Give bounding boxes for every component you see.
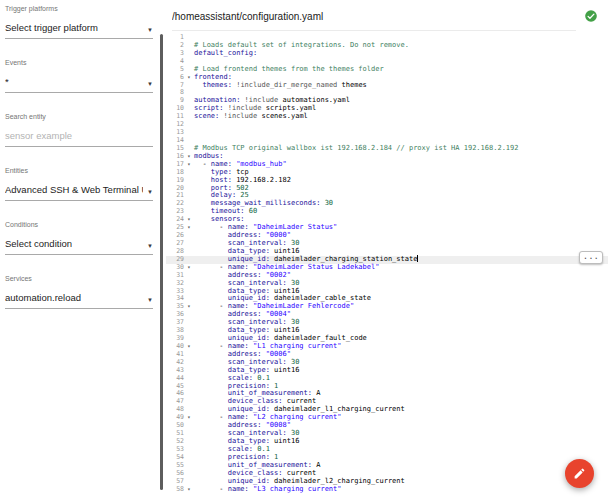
search-entity-group: Search entity — [5, 112, 153, 147]
fold-arrow-icon[interactable]: ▾ — [184, 264, 194, 272]
chevron-down-icon: ▼ — [147, 189, 153, 195]
code-line[interactable]: 7 themes: !include_dir_merge_named theme… — [166, 82, 608, 90]
services-group: Services automation.reload ▼ — [5, 274, 153, 309]
trigger-platforms-group: Trigger platforms Select trigger platfor… — [5, 4, 153, 39]
code-line[interactable]: 58▾ - name: "L3 charging current" — [166, 486, 608, 494]
code-text: # Modbus TCP original wallbox ist 192.16… — [194, 145, 608, 153]
entities-label: Entities — [5, 166, 153, 175]
entities-value: Advanced SSH & Web Terminal U... — [5, 184, 143, 195]
code-editor[interactable]: 12# Loads default set of integrations. D… — [166, 32, 608, 499]
events-select[interactable]: * ▼ — [5, 76, 153, 93]
text-cursor — [417, 255, 418, 262]
fold-arrow-icon[interactable]: ▾ — [184, 74, 194, 82]
fold-arrow-icon[interactable]: ▾ — [184, 343, 194, 351]
search-entity-input[interactable] — [5, 130, 153, 141]
save-status-ok-icon — [584, 9, 598, 23]
code-line[interactable]: 5# Load frontend themes from the themes … — [166, 66, 608, 74]
editor-pane: 12# Loads default set of integrations. D… — [160, 0, 608, 499]
trigger-platform-select[interactable]: Select trigger platform ▼ — [5, 22, 153, 39]
code-line[interactable]: 15# Modbus TCP original wallbox ist 192.… — [166, 145, 608, 153]
file-path-input[interactable] — [172, 11, 576, 22]
events-value: * — [5, 76, 9, 87]
events-group: Events * ▼ — [5, 58, 153, 93]
code-text: host: 192.168.2.182 — [194, 177, 608, 185]
trigger-platforms-label: Trigger platforms — [5, 4, 153, 13]
code-text: scene: !include scenes.yaml — [194, 113, 608, 121]
services-value: automation.reload — [5, 292, 81, 303]
conditions-select[interactable]: Select condition ▼ — [5, 238, 153, 255]
fold-arrow-icon[interactable]: ▾ — [184, 224, 194, 232]
code-line[interactable]: 12 — [166, 121, 608, 129]
entities-group: Entities Advanced SSH & Web Terminal U..… — [5, 166, 153, 201]
code-text: default_config: — [194, 50, 608, 58]
fold-arrow-icon[interactable]: ▾ — [184, 161, 194, 169]
code-text: - name: "L3 charging current" — [194, 486, 608, 494]
pencil-icon — [573, 467, 586, 480]
trigger-platform-value: Select trigger platform — [5, 22, 98, 33]
chevron-down-icon: ▼ — [147, 243, 153, 249]
search-entity-row — [5, 130, 153, 147]
services-label: Services — [5, 274, 153, 283]
edit-fab-button[interactable] — [565, 459, 594, 488]
services-select[interactable]: automation.reload ▼ — [5, 292, 153, 309]
code-text: port: 502 — [194, 185, 608, 193]
search-entity-label: Search entity — [5, 112, 153, 121]
file-path-field — [172, 2, 576, 31]
conditions-group: Conditions Select condition ▼ — [5, 220, 153, 255]
conditions-value: Select condition — [5, 238, 72, 249]
code-text: themes: !include_dir_merge_named themes — [194, 82, 608, 90]
chevron-down-icon: ▼ — [147, 297, 153, 303]
code-line[interactable]: 11scene: !include scenes.yaml — [166, 113, 608, 121]
helper-sidebar: Trigger platforms Select trigger platfor… — [0, 0, 160, 499]
conditions-label: Conditions — [5, 220, 153, 229]
events-label: Events — [5, 58, 153, 67]
chevron-down-icon: ▼ — [147, 27, 153, 33]
line-number: 58 — [166, 486, 184, 494]
fold-arrow-icon[interactable]: ▾ — [184, 414, 194, 422]
fold-arrow-icon[interactable]: ▾ — [184, 216, 194, 224]
chevron-down-icon: ▼ — [147, 81, 153, 87]
fold-arrow-icon[interactable]: ▾ — [184, 486, 194, 494]
code-text: - name: "modbus_hub" — [194, 161, 608, 169]
code-area: 12# Loads default set of integrations. D… — [166, 34, 608, 493]
code-text: # Load frontend themes from the themes f… — [194, 66, 608, 74]
overflow-button[interactable]: ... — [579, 251, 603, 264]
fold-arrow-icon[interactable]: ▾ — [184, 153, 194, 161]
code-text: timeout: 60 — [194, 208, 608, 216]
topbar — [166, 0, 608, 32]
entities-select[interactable]: Advanced SSH & Web Terminal U... ▼ — [5, 184, 153, 201]
file-editor-app: Trigger platforms Select trigger platfor… — [0, 0, 608, 499]
code-line[interactable]: 13 — [166, 129, 608, 137]
fold-arrow-icon[interactable]: ▾ — [184, 303, 194, 311]
code-line[interactable]: 3default_config: — [166, 50, 608, 58]
